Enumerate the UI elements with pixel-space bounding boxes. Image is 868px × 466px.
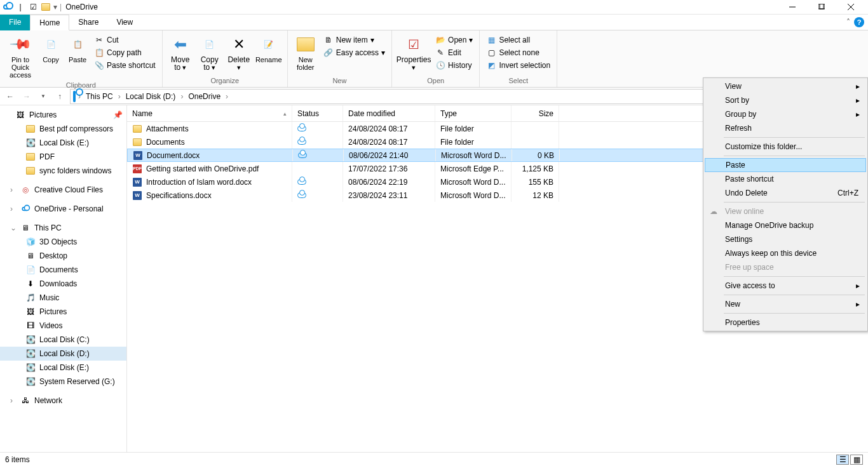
collapse-icon[interactable]: ⌄ bbox=[10, 223, 17, 232]
details-view-button[interactable]: ☰ bbox=[836, 455, 849, 465]
open-button[interactable]: 📂Open ▾ bbox=[433, 34, 475, 46]
ctx-refresh[interactable]: Refresh bbox=[705, 121, 866, 135]
window-controls bbox=[778, 0, 865, 15]
nav-videos[interactable]: 🎞Videos bbox=[0, 319, 126, 333]
nav-this-pc[interactable]: ⌄🖥This PC bbox=[0, 221, 126, 235]
ctx-group-by[interactable]: Group by▸ bbox=[705, 107, 866, 121]
nav-local-disk-e[interactable]: 💽Local Disk (E:) bbox=[0, 361, 126, 375]
quick-access-toolbar: | ☑ ▾ | bbox=[3, 2, 62, 12]
nav-up-button[interactable]: ↑ bbox=[53, 90, 66, 103]
nav-best-pdf[interactable]: Best pdf compressors bbox=[0, 122, 126, 136]
expand-icon[interactable]: › bbox=[10, 204, 17, 213]
ribbon-collapse-chevron[interactable]: ˄ bbox=[846, 18, 850, 27]
nav-pictures-pc[interactable]: 🖼Pictures bbox=[0, 305, 126, 319]
computer-icon: 🖥 bbox=[20, 223, 31, 233]
col-status[interactable]: Status bbox=[292, 105, 343, 121]
nav-downloads[interactable]: ⬇Downloads bbox=[0, 277, 126, 291]
nav-documents[interactable]: 📄Documents bbox=[0, 263, 126, 277]
ctx-view[interactable]: View▸ bbox=[705, 79, 866, 93]
ctx-manage-backup[interactable]: Manage OneDrive backup bbox=[705, 218, 866, 232]
ctx-always-keep[interactable]: Always keep on this device bbox=[705, 246, 866, 260]
creative-cloud-icon: ◎ bbox=[20, 185, 31, 195]
chevron-right-icon[interactable]: › bbox=[118, 92, 121, 101]
ctx-undo-delete[interactable]: Undo DeleteCtrl+Z bbox=[705, 186, 866, 200]
help-button[interactable]: ? bbox=[854, 17, 864, 27]
nav-pictures[interactable]: 🖼Pictures📌 bbox=[0, 108, 126, 122]
easy-access-button[interactable]: 🔗Easy access ▾ bbox=[321, 47, 388, 58]
nav-music[interactable]: 🎵Music bbox=[0, 291, 126, 305]
chevron-right-icon[interactable]: › bbox=[226, 92, 228, 101]
nav-local-disk-c[interactable]: 💽Local Disk (C:) bbox=[0, 333, 126, 347]
paste-button[interactable]: 📋 Paste bbox=[65, 32, 90, 66]
tab-share[interactable]: Share bbox=[69, 15, 107, 30]
nav-system-reserved[interactable]: 💽System Reserved (G:) bbox=[0, 375, 126, 389]
edit-button[interactable]: ✎Edit bbox=[433, 47, 475, 58]
3d-icon: 🧊 bbox=[25, 237, 36, 247]
crumb-onedrive[interactable]: OneDrive bbox=[186, 92, 223, 101]
select-none-button[interactable]: ▢Select none bbox=[484, 47, 553, 58]
nav-local-disk-e-qa[interactable]: 💽Local Disk (E:) bbox=[0, 136, 126, 150]
minimize-button[interactable] bbox=[778, 0, 807, 15]
file-name: Attachments bbox=[146, 124, 189, 133]
nav-creative-cloud[interactable]: ›◎Creative Cloud Files bbox=[0, 183, 126, 197]
ctx-customize-folder[interactable]: Customize this folder... bbox=[705, 140, 866, 154]
nav-network[interactable]: ›🖧Network bbox=[0, 394, 126, 408]
maximize-button[interactable] bbox=[807, 0, 836, 15]
nav-onedrive[interactable]: ›OneDrive - Personal bbox=[0, 202, 126, 216]
select-all-button[interactable]: ▦Select all bbox=[484, 34, 553, 46]
crumb-this-pc[interactable]: This PC bbox=[83, 92, 116, 101]
nav-pdf[interactable]: PDF bbox=[0, 150, 126, 164]
new-folder-button[interactable]: New folder bbox=[292, 32, 320, 74]
paste-shortcut-label: Paste shortcut bbox=[107, 61, 156, 70]
nav-desktop[interactable]: 🖥Desktop bbox=[0, 249, 126, 263]
rename-label: Rename bbox=[255, 56, 282, 63]
expand-icon[interactable]: › bbox=[10, 185, 17, 194]
nav-local-disk-d[interactable]: 💽Local Disk (D:) bbox=[0, 347, 126, 361]
crumb-local-disk-d[interactable]: Local Disk (D:) bbox=[123, 92, 179, 101]
copy-to-button[interactable]: 📄Copy to ▾ bbox=[196, 32, 224, 74]
ctx-new[interactable]: New▸ bbox=[705, 297, 866, 311]
copy-to-label: Copy to ▾ bbox=[197, 56, 222, 71]
cut-button[interactable]: ✂Cut bbox=[92, 34, 158, 46]
nav-recent-dropdown[interactable]: ▼ bbox=[37, 90, 50, 103]
paste-shortcut-button[interactable]: 📎Paste shortcut bbox=[92, 60, 158, 71]
chevron-right-icon[interactable]: › bbox=[180, 92, 183, 101]
copy-button[interactable]: 📄 Copy bbox=[38, 32, 64, 66]
new-item-button[interactable]: 🗎New item ▾ bbox=[321, 34, 388, 46]
expand-icon[interactable]: › bbox=[10, 396, 17, 405]
close-button[interactable] bbox=[836, 0, 865, 15]
delete-button[interactable]: ✕Delete▾ bbox=[225, 32, 253, 74]
move-to-icon: ⬅ bbox=[170, 34, 191, 55]
ctx-sort-by[interactable]: Sort by▸ bbox=[705, 93, 866, 107]
nav-3d-objects[interactable]: 🧊3D Objects bbox=[0, 235, 126, 249]
rename-button[interactable]: 📝Rename bbox=[254, 32, 283, 66]
ctx-properties[interactable]: Properties bbox=[705, 316, 866, 330]
folder-icon bbox=[25, 124, 36, 134]
select-all-label: Select all bbox=[499, 36, 530, 44]
move-to-button[interactable]: ⬅Move to ▾ bbox=[166, 32, 194, 74]
col-type[interactable]: Type bbox=[435, 105, 512, 121]
large-icons-view-button[interactable]: ▦ bbox=[850, 455, 863, 465]
qat-checkbox-icon[interactable]: ☑ bbox=[28, 2, 38, 12]
qat-dropdown[interactable]: ▾ bbox=[53, 3, 57, 11]
col-size[interactable]: Size bbox=[512, 105, 559, 121]
nav-forward-button[interactable]: → bbox=[20, 90, 33, 103]
tab-view[interactable]: View bbox=[107, 15, 142, 30]
file-type-icon: W bbox=[132, 177, 142, 187]
copy-path-button[interactable]: 📋Copy path bbox=[92, 47, 158, 58]
ctx-give-access[interactable]: Give access to▸ bbox=[705, 279, 866, 293]
pin-to-quick-access-button[interactable]: 📌 Pin to Quick access bbox=[4, 32, 37, 81]
invert-selection-button[interactable]: ◩Invert selection bbox=[484, 60, 553, 71]
ctx-paste[interactable]: Paste bbox=[705, 158, 866, 172]
file-type: File folder bbox=[435, 135, 512, 149]
col-name[interactable]: Name▴ bbox=[127, 105, 292, 121]
tab-file[interactable]: File bbox=[0, 15, 30, 30]
tab-home[interactable]: Home bbox=[30, 15, 69, 30]
ctx-paste-shortcut[interactable]: Paste shortcut bbox=[705, 172, 866, 186]
ctx-settings[interactable]: Settings bbox=[705, 232, 866, 246]
nav-sync-folders[interactable]: sync folders windows bbox=[0, 164, 126, 178]
history-button[interactable]: 🕓History bbox=[433, 60, 475, 71]
properties-button[interactable]: ☑Properties▾ bbox=[396, 32, 431, 74]
col-date[interactable]: Date modified bbox=[343, 105, 435, 121]
nav-back-button[interactable]: ← bbox=[4, 90, 17, 103]
